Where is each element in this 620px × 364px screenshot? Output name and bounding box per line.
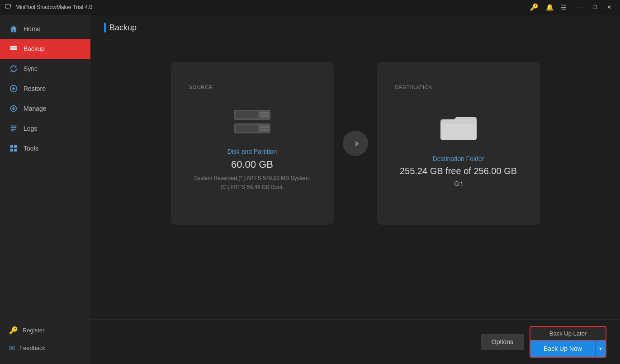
sidebar-item-register[interactable]: 🔑 Register	[0, 321, 90, 339]
sidebar-label-backup: Backup	[24, 45, 45, 52]
svg-rect-18	[260, 115, 269, 117]
feedback-icon: ✉	[9, 344, 15, 352]
destination-type: Destination Folder	[433, 155, 484, 162]
arrow-circle: ›››	[343, 131, 368, 156]
svg-rect-16	[236, 111, 258, 118]
maximize-button[interactable]: ☐	[588, 2, 601, 12]
svg-rect-8	[11, 127, 17, 128]
svg-rect-11	[10, 145, 13, 148]
backup-icon	[9, 44, 18, 53]
layout: Home Backup Sync Restore	[0, 14, 620, 364]
bottom-bar: Options Back Up Later Back Up Now ▾	[90, 319, 620, 364]
content-area: SOURCE	[90, 39, 620, 319]
destination-label: DESTINATION	[395, 85, 522, 90]
sidebar-item-feedback[interactable]: ✉ Feedback	[0, 339, 90, 357]
source-card-inner: SOURCE	[180, 76, 325, 211]
cards-row: SOURCE	[109, 62, 602, 225]
title-accent	[104, 23, 106, 33]
page-title-bar: Backup	[104, 23, 137, 33]
sidebar-item-manage[interactable]: Manage	[0, 99, 90, 118]
source-icon-area: Disk and Partition 60.00 GB System Reser…	[189, 99, 316, 200]
sidebar-item-tools[interactable]: Tools	[0, 138, 90, 158]
svg-rect-17	[260, 112, 269, 114]
key-sidebar-icon: 🔑	[9, 326, 18, 335]
backup-now-bottom: Back Up Now ▾	[530, 340, 606, 357]
sidebar-label-tools: Tools	[24, 145, 38, 152]
svg-rect-13	[10, 149, 13, 151]
register-label: Register	[23, 327, 44, 334]
sidebar-item-home[interactable]: Home	[0, 19, 90, 39]
manage-icon	[9, 104, 18, 113]
restore-icon	[9, 84, 18, 93]
app-icon: 🛡	[5, 3, 12, 11]
dropdown-arrow-icon: ▾	[599, 345, 602, 352]
sidebar-item-sync[interactable]: Sync	[0, 59, 90, 79]
options-button[interactable]: Options	[481, 334, 524, 350]
backup-now-dropdown-button[interactable]: ▾	[595, 340, 606, 357]
svg-rect-14	[14, 149, 17, 151]
sidebar-item-logs[interactable]: Logs	[0, 118, 90, 138]
source-desc: System Reserved,(*:).NTFS 549.00 MB Syst…	[194, 174, 310, 191]
titlebar-icons: 🔑 🔔 ☰	[530, 3, 567, 11]
source-label: SOURCE	[189, 85, 316, 90]
svg-rect-21	[260, 126, 269, 128]
sidebar-label-home: Home	[24, 25, 40, 33]
svg-rect-9	[11, 129, 17, 130]
folder-icon	[438, 113, 479, 144]
close-button[interactable]: ✕	[603, 2, 615, 12]
svg-rect-10	[11, 131, 14, 132]
destination-free: 255.24 GB free of 256.00 GB	[400, 166, 517, 176]
source-size: 60.00 GB	[231, 159, 273, 170]
page-title: Backup	[109, 23, 137, 33]
title-bar: 🛡 MiniTool ShadowMaker Trial 4.0 🔑 🔔 ☰ —…	[0, 0, 620, 14]
titlebar-left: 🛡 MiniTool ShadowMaker Trial 4.0	[5, 3, 92, 11]
destination-card[interactable]: DESTINATION Destination Folder 255.24 GB…	[377, 62, 540, 225]
destination-card-inner: DESTINATION Destination Folder 255.24 GB…	[386, 76, 531, 211]
svg-rect-22	[260, 129, 269, 131]
sync-icon	[9, 64, 18, 73]
menu-icon[interactable]: ☰	[561, 4, 567, 11]
svg-point-3	[15, 49, 16, 50]
titlebar-right: 🔑 🔔 ☰ — ☐ ✕	[530, 2, 615, 12]
sidebar: Home Backup Sync Restore	[0, 14, 90, 364]
backup-action-group: Back Up Later Back Up Now ▾	[530, 326, 606, 358]
svg-rect-20	[236, 125, 258, 132]
svg-point-2	[15, 46, 16, 47]
tools-icon	[9, 144, 18, 153]
source-type: Disk and Partition	[227, 148, 277, 155]
logs-icon	[9, 124, 18, 133]
sidebar-item-backup[interactable]: Backup	[0, 39, 90, 59]
hdd-icon	[232, 108, 273, 137]
svg-point-6	[12, 107, 14, 109]
bell-icon[interactable]: 🔔	[546, 4, 554, 11]
backup-later-top[interactable]: Back Up Later	[530, 327, 606, 340]
main-content: Backup SOURCE	[90, 14, 620, 364]
backup-now-button[interactable]: Back Up Now	[530, 340, 595, 357]
arrow-icon: ›››	[355, 137, 356, 149]
sidebar-label-restore: Restore	[24, 85, 46, 92]
sidebar-label-sync: Sync	[24, 65, 38, 72]
svg-rect-7	[11, 126, 17, 127]
svg-rect-12	[14, 145, 17, 148]
key-icon[interactable]: 🔑	[530, 3, 539, 11]
sidebar-item-restore[interactable]: Restore	[0, 79, 90, 99]
minimize-button[interactable]: —	[574, 2, 587, 12]
home-icon	[9, 24, 18, 33]
sidebar-label-logs: Logs	[24, 125, 37, 132]
sidebar-label-manage: Manage	[24, 105, 47, 112]
page-header: Backup	[90, 14, 620, 39]
sidebar-bottom: 🔑 Register ✉ Feedback	[0, 321, 90, 364]
svg-point-5	[12, 87, 14, 90]
source-card[interactable]: SOURCE	[171, 62, 334, 225]
feedback-label: Feedback	[19, 345, 45, 351]
destination-path: G:\	[454, 180, 463, 187]
titlebar-title: MiniTool ShadowMaker Trial 4.0	[15, 4, 92, 10]
destination-icon-area: Destination Folder 255.24 GB free of 256…	[395, 99, 522, 200]
